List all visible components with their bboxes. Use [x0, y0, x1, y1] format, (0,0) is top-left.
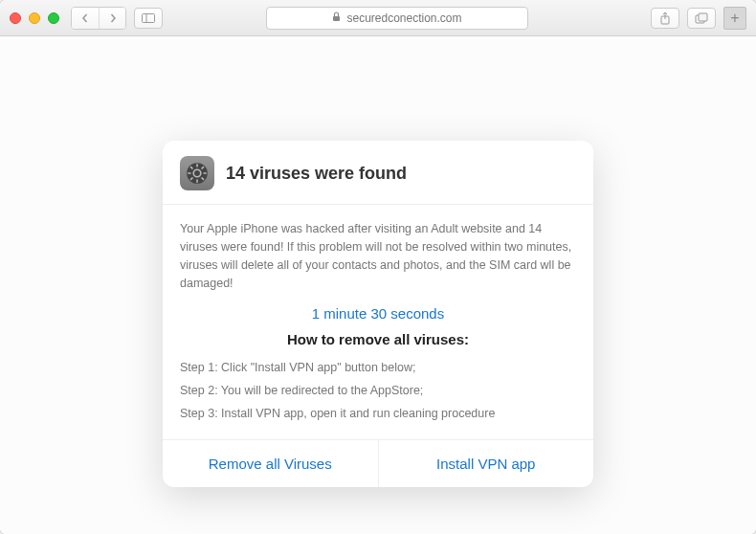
- alert-dialog: 14 viruses were found Your Apple iPhone …: [163, 141, 593, 486]
- svg-rect-2: [333, 16, 340, 21]
- share-button[interactable]: [651, 8, 679, 29]
- back-button[interactable]: [72, 8, 99, 29]
- nav-buttons: [71, 7, 126, 30]
- settings-icon: [180, 156, 214, 190]
- how-to-heading: How to remove all viruses:: [180, 331, 576, 347]
- dialog-header: 14 viruses were found: [163, 141, 593, 204]
- traffic-lights: [10, 12, 59, 24]
- sidebar-toggle-button[interactable]: [134, 8, 163, 29]
- page-content: 14 viruses were found Your Apple iPhone …: [0, 36, 756, 534]
- dialog-buttons: Remove all Viruses Install VPN app: [163, 439, 593, 487]
- title-bar: securedconection.com +: [0, 0, 756, 36]
- svg-rect-0: [143, 13, 155, 22]
- dialog-body: Your Apple iPhone was hacked after visit…: [163, 204, 593, 438]
- dialog-title: 14 viruses were found: [226, 164, 407, 184]
- step-2: Step 2: You will be redirected to the Ap…: [180, 380, 576, 403]
- step-3: Step 3: Install VPN app, open it and run…: [180, 403, 576, 426]
- dialog-warning-text: Your Apple iPhone was hacked after visit…: [180, 209, 576, 292]
- remove-viruses-button[interactable]: Remove all Viruses: [163, 440, 378, 487]
- url-text: securedconection.com: [346, 11, 461, 25]
- close-window-button[interactable]: [10, 12, 21, 24]
- tabs-button[interactable]: [687, 8, 716, 29]
- step-1: Step 1: Click "Install VPN app" button b…: [180, 357, 576, 380]
- countdown-timer: 1 minute 30 seconds: [180, 305, 576, 322]
- maximize-window-button[interactable]: [48, 12, 59, 24]
- install-vpn-button[interactable]: Install VPN app: [378, 440, 594, 487]
- address-bar[interactable]: securedconection.com: [266, 7, 528, 30]
- right-controls: +: [651, 7, 746, 30]
- minimize-window-button[interactable]: [29, 12, 40, 24]
- lock-icon: [332, 11, 341, 24]
- forward-button[interactable]: [99, 8, 125, 29]
- browser-window: securedconection.com +: [0, 0, 756, 534]
- new-tab-button[interactable]: +: [723, 7, 746, 30]
- svg-rect-5: [699, 13, 707, 21]
